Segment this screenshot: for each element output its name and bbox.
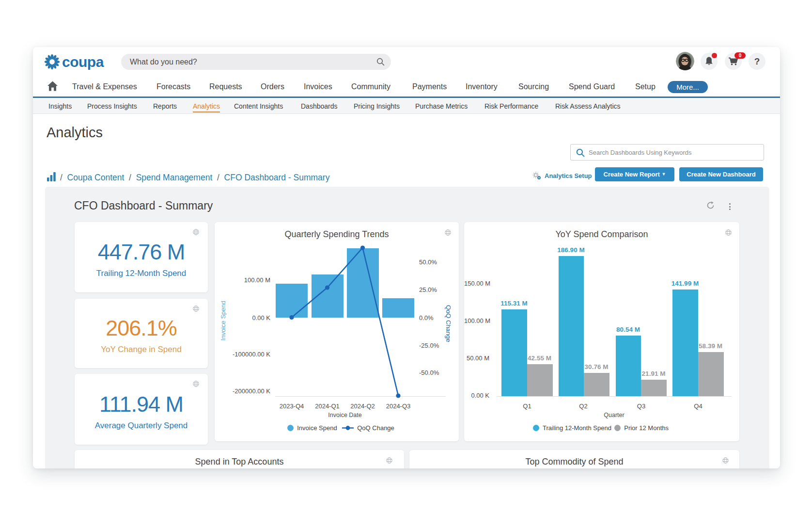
svg-text:coupa: coupa — [62, 54, 104, 70]
